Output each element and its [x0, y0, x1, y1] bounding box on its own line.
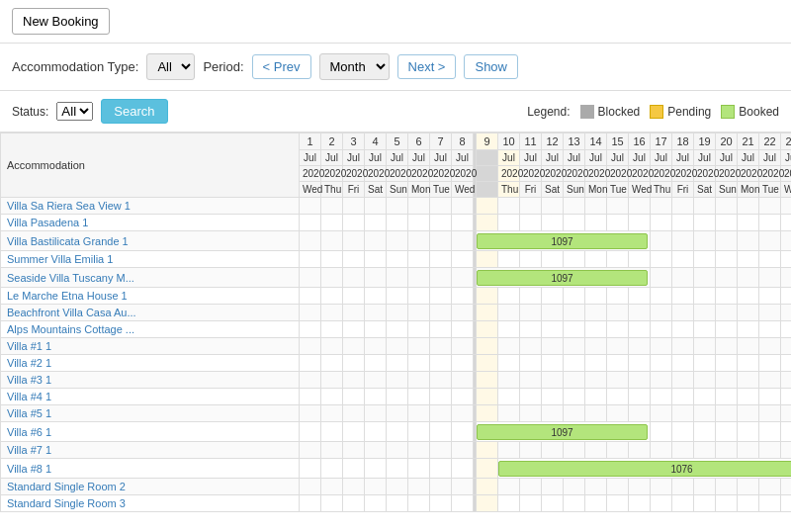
day-cell: [430, 321, 452, 338]
day-cell: [300, 442, 321, 459]
day-cell: [387, 288, 408, 305]
day-num-2[interactable]: 2: [321, 133, 343, 150]
accommodation-name[interactable]: Seaside Villa Tuscany M...: [1, 268, 300, 288]
show-button[interactable]: Show: [464, 54, 518, 79]
day-cell: [738, 479, 759, 495]
accommodation-name[interactable]: Villa Sa Riera Sea View 1: [1, 198, 300, 215]
booking-cell[interactable]: 1076: [498, 459, 792, 479]
booking-cell[interactable]: 1097: [477, 268, 651, 288]
accommodation-name[interactable]: Villa #8 1: [1, 459, 300, 479]
day-num-22[interactable]: 22: [759, 133, 781, 150]
day-num-23[interactable]: 23: [781, 133, 792, 150]
search-button[interactable]: Search: [101, 99, 167, 124]
status-select[interactable]: All: [56, 102, 93, 121]
accommodation-name[interactable]: Alps Mountains Cottage ...: [1, 321, 300, 338]
day-num-1[interactable]: 1: [300, 133, 321, 150]
day-cell: [520, 198, 542, 215]
day-cell: [408, 268, 430, 288]
booking-cell[interactable]: 1097: [477, 231, 651, 251]
day-cell: [321, 479, 343, 495]
day-cell: [629, 288, 651, 305]
accommodation-name[interactable]: Villa Pasadena 1: [1, 215, 300, 231]
day-num-10[interactable]: 10: [498, 133, 520, 150]
day-cell: [343, 198, 365, 215]
table-row: Villa Bastilicata Grande 11097: [1, 231, 792, 251]
accommodation-type-select[interactable]: All: [146, 53, 195, 80]
day-num-14[interactable]: 14: [585, 133, 607, 150]
day-num-6[interactable]: 6: [408, 133, 430, 150]
day-num-3[interactable]: 3: [343, 133, 365, 150]
day-cell: [408, 442, 430, 459]
gantt-container: Accommodation123456789101112131415161718…: [0, 133, 791, 512]
day-cell: [452, 479, 474, 495]
day-cell: [321, 495, 343, 512]
day-cell: [408, 288, 430, 305]
day-cell: [498, 288, 520, 305]
prev-button[interactable]: < Prev: [252, 54, 311, 79]
day-cell: [542, 479, 564, 495]
accommodation-name[interactable]: Villa #6 1: [1, 422, 300, 442]
accommodation-name[interactable]: Villa Bastilicata Grande 1: [1, 231, 300, 251]
day-cell: [694, 268, 716, 288]
booking-cell[interactable]: 1097: [477, 422, 651, 442]
day-cell: [781, 215, 792, 231]
day-cell: [542, 305, 564, 321]
day-cell: [759, 495, 781, 512]
day-cell: [300, 288, 321, 305]
day-cell: [629, 389, 651, 405]
table-row: Villa #5 1: [1, 405, 792, 422]
day-cell: [738, 422, 759, 442]
day-num-16[interactable]: 16: [629, 133, 651, 150]
accommodation-name[interactable]: Beachfront Villa Casa Au...: [1, 305, 300, 321]
legend: Legend: Blocked Pending Booked: [527, 105, 779, 119]
day-num-11[interactable]: 11: [520, 133, 542, 150]
day-num-13[interactable]: 13: [564, 133, 585, 150]
table-row: Seaside Villa Tuscany M...1097: [1, 268, 792, 288]
filter-bar: Accommodation Type: All Period: < Prev D…: [0, 44, 791, 91]
day-cell: [564, 338, 585, 355]
day-num-19[interactable]: 19: [694, 133, 716, 150]
day-num-7[interactable]: 7: [430, 133, 452, 150]
day-num-5[interactable]: 5: [387, 133, 408, 150]
accommodation-name[interactable]: Standard Single Room 3: [1, 495, 300, 512]
legend-pending: Pending: [650, 105, 711, 119]
day-cell: [365, 198, 387, 215]
day-cell: [629, 372, 651, 389]
new-booking-button[interactable]: New Booking: [12, 8, 110, 35]
day-cell: [651, 305, 672, 321]
day-num-17[interactable]: 17: [651, 133, 672, 150]
day-cell: [365, 321, 387, 338]
day-cell: [321, 389, 343, 405]
accommodation-name[interactable]: Villa #7 1: [1, 442, 300, 459]
day-cell: [759, 422, 781, 442]
accommodation-name[interactable]: Villa #5 1: [1, 405, 300, 422]
day-num-20[interactable]: 20: [716, 133, 738, 150]
accommodation-name[interactable]: Villa #3 1: [1, 372, 300, 389]
day-num-18[interactable]: 18: [672, 133, 694, 150]
day-cell: [759, 231, 781, 251]
next-button[interactable]: Next >: [397, 54, 457, 79]
day-num-8[interactable]: 8: [452, 133, 474, 150]
accommodation-name[interactable]: Le Marche Etna House 1: [1, 288, 300, 305]
accommodation-name[interactable]: Standard Single Room 2: [1, 479, 300, 495]
legend-label: Legend:: [527, 105, 570, 119]
accommodation-name[interactable]: Summer Villa Emilia 1: [1, 251, 300, 268]
accommodation-name[interactable]: Villa #2 1: [1, 355, 300, 372]
day-cell: [430, 389, 452, 405]
accommodation-name[interactable]: Villa #1 1: [1, 338, 300, 355]
day-num-9[interactable]: 9: [477, 133, 498, 150]
day-cell: [387, 479, 408, 495]
day-num-4[interactable]: 4: [365, 133, 387, 150]
period-select[interactable]: Day Week Month Year: [319, 53, 390, 80]
day-cell: [430, 479, 452, 495]
table-row: Summer Villa Emilia 1: [1, 251, 792, 268]
day-cell: [408, 355, 430, 372]
day-cell: [651, 338, 672, 355]
day-cell: [564, 305, 585, 321]
day-cell: [738, 321, 759, 338]
day-cell: [343, 338, 365, 355]
day-num-21[interactable]: 21: [738, 133, 759, 150]
day-num-12[interactable]: 12: [542, 133, 564, 150]
day-num-15[interactable]: 15: [607, 133, 629, 150]
accommodation-name[interactable]: Villa #4 1: [1, 389, 300, 405]
